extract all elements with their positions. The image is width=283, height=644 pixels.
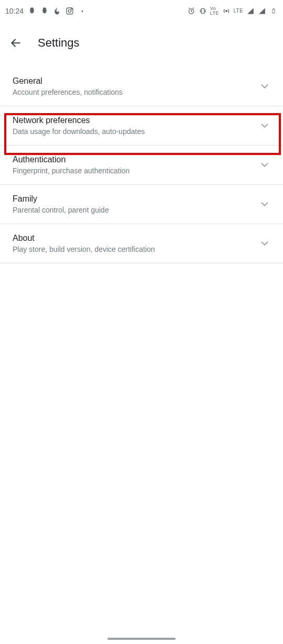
item-title: General [13,76,123,86]
settings-item-about[interactable]: About Play store, build version, device … [0,224,283,263]
item-subtitle: Account preferences, notifications [13,88,123,96]
item-subtitle: Play store, build version, device certif… [13,245,155,253]
svg-point-1 [68,9,71,12]
item-subtitle: Parental control, parent guide [13,206,109,214]
svg-point-5 [225,10,227,12]
status-bar: 10:24 • VoLTE LTE [0,0,283,22]
page-title: Settings [38,36,80,50]
item-title: About [13,234,155,243]
more-icon: • [78,7,86,15]
status-left: 10:24 • [5,7,86,15]
status-right: VoLTE LTE [187,7,278,15]
item-subtitle: Fingerprint, purchase authentication [13,166,129,175]
vibrate-icon [199,7,207,15]
item-title: Family [13,194,109,204]
settings-list: General Account preferences, notificatio… [0,64,283,263]
back-button[interactable] [8,36,23,50]
item-text: General Account preferences, notificatio… [13,76,123,96]
item-title: Authentication [13,155,129,164]
arrow-left-icon [9,36,23,50]
volte-icon: VoLTE [210,7,219,15]
chevron-down-icon [259,159,270,171]
app-bar: Settings [0,22,283,64]
item-text: About Play store, build version, device … [13,234,155,253]
hotspot-icon [222,7,231,15]
item-text: Family Parental control, parent guide [13,194,109,214]
snapchat-icon [28,7,36,15]
snapchat-icon [40,7,49,15]
settings-item-family[interactable]: Family Parental control, parent guide [0,185,283,224]
instagram-icon [66,7,74,15]
nav-handle[interactable] [107,638,176,640]
item-text: Network preferences Data usage for downl… [13,116,145,136]
settings-item-network[interactable]: Network preferences Data usage for downl… [0,106,283,146]
svg-rect-6 [273,9,275,14]
item-title: Network preferences [13,116,145,125]
alarm-icon [187,7,195,15]
signal-icon [258,7,266,15]
svg-point-2 [71,9,72,9]
status-time: 10:24 [5,7,24,15]
lte-label: LTE [234,8,244,14]
settings-item-general[interactable]: General Account preferences, notificatio… [0,67,283,106]
chevron-down-icon [259,198,270,210]
battery-icon [269,7,278,15]
svg-rect-4 [201,8,204,13]
tinder-icon [53,7,61,15]
item-text: Authentication Fingerprint, purchase aut… [13,155,129,175]
svg-rect-7 [273,9,274,9]
item-subtitle: Data usage for downloads, auto-updates [13,127,145,136]
chevron-down-icon [259,120,270,131]
signal-icon [246,7,255,15]
chevron-down-icon [259,81,270,92]
settings-item-authentication[interactable]: Authentication Fingerprint, purchase aut… [0,146,283,185]
chevron-down-icon [259,238,270,249]
